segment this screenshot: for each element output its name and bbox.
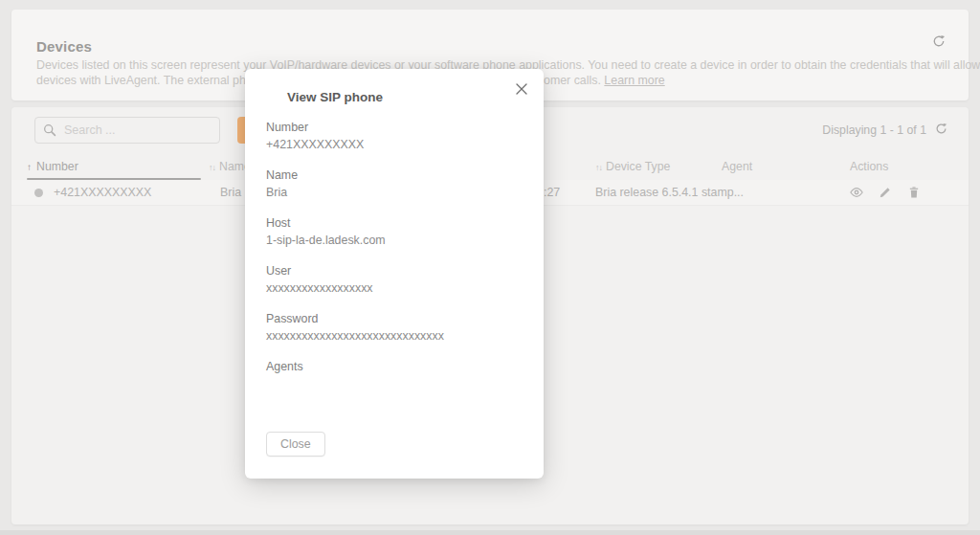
displaying-count: Displaying 1 - 1 of 1 [822,123,926,137]
sort-both-icon: ↑↓ [209,163,215,172]
page-description-line2-continued: omer calls. Learn more [544,74,665,87]
field-label: User [266,262,523,279]
status-dot-icon [34,189,43,197]
field-name: Name Bria [266,167,523,201]
column-header-actions: Actions [850,160,888,173]
modal-body: Number +421XXXXXXXXX Name Bria Host 1-si… [266,119,523,457]
field-value: xxxxxxxxxxxxxxxxxxxxxxxxxxxxxx [266,327,523,345]
close-icon[interactable] [515,82,528,96]
column-header-agent[interactable]: Agent [722,160,752,173]
view-sip-phone-modal: View SIP phone Number +421XXXXXXXXX Name… [245,69,544,479]
search-input[interactable] [64,123,208,137]
field-value: 1-sip-la-de.ladesk.com [266,232,523,249]
learn-more-link[interactable]: Learn more [604,74,664,87]
field-value: xxxxxxxxxxxxxxxxxx [266,279,523,297]
row-actions [850,186,921,199]
page-bottom-edge [0,530,980,535]
delete-trash-icon[interactable] [907,186,921,199]
close-button[interactable]: Close [266,432,325,457]
list-refresh-icon[interactable] [935,122,947,134]
field-host: Host 1-sip-la-de.ladesk.com [266,214,523,249]
devices-page: Devices Devices listed on this screen re… [0,0,980,535]
field-number: Number +421XXXXXXXXX [266,119,523,153]
sort-both-icon: ↑↓ [595,163,602,172]
field-value: Bria [266,184,523,201]
field-label: Number [266,119,523,136]
field-value: +421XXXXXXXXX [266,136,523,153]
row-number-cell: +421XXXXXXXXX [54,186,151,199]
row-hidden-column-fragment: :27 [544,186,560,199]
sort-ascending-icon: ↑ [27,162,32,172]
field-password: Password xxxxxxxxxxxxxxxxxxxxxxxxxxxxxx [266,310,523,345]
row-name-cell: Bria [220,186,241,199]
field-agents: Agents [266,358,523,392]
field-user: User xxxxxxxxxxxxxxxxxx [266,262,523,297]
page-title: Devices [36,38,92,55]
field-label: Host [266,214,523,232]
modal-title: View SIP phone [287,90,383,104]
field-label: Agents [266,358,523,375]
field-label: Name [266,167,523,184]
edit-pencil-icon[interactable] [879,186,892,199]
refresh-icon[interactable] [932,34,946,48]
column-header-device-type[interactable]: ↑↓Device Type [595,160,670,173]
search-icon [43,123,56,137]
field-label: Password [266,310,523,327]
row-device-type-cell: Bria release 6.5.4.1 stamp... [595,186,744,199]
field-value [266,375,523,392]
view-eye-icon[interactable] [850,186,863,199]
search-box[interactable] [34,117,220,144]
column-header-number[interactable]: ↑Number [27,160,78,173]
